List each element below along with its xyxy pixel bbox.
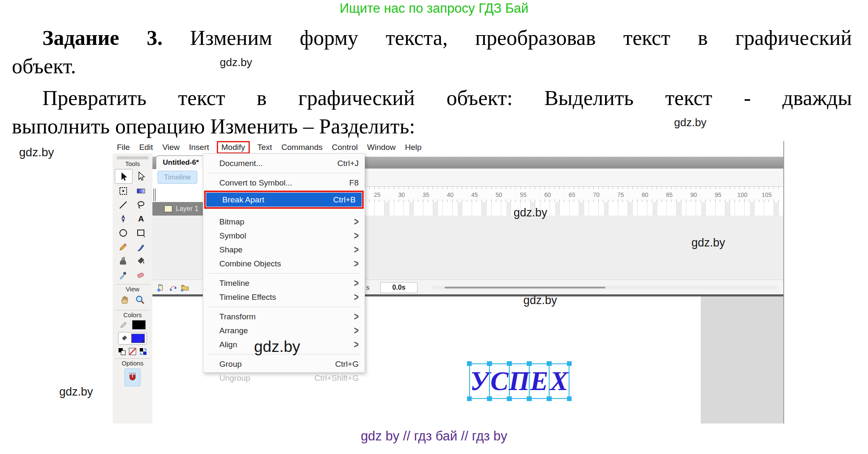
menu-item-timeline-effects[interactable]: Timeline Effects> <box>203 290 365 304</box>
menu-item-transform[interactable]: Transform> <box>203 310 365 324</box>
stroke-pencil-icon <box>119 321 128 329</box>
menu-item-timeline[interactable]: Timeline> <box>203 276 365 290</box>
no-color-icon[interactable] <box>128 347 137 356</box>
menubar-item-edit[interactable]: Edit <box>139 143 153 152</box>
motion-guide-icon[interactable] <box>169 283 178 292</box>
menubar-item-text[interactable]: Text <box>257 143 272 152</box>
ink-bottle-icon <box>118 256 128 266</box>
menu-item-convert-to-symbol[interactable]: Convert to Symbol...F8 <box>203 176 365 190</box>
letter-selection-box[interactable]: С <box>489 363 510 399</box>
menubar-item-view[interactable]: View <box>162 143 180 152</box>
menu-item-combine-objects[interactable]: Combine Objects> <box>203 257 365 271</box>
menubar-item-file[interactable]: File <box>117 143 130 152</box>
selection-handle[interactable] <box>467 396 472 401</box>
menu-item-group[interactable]: GroupCtrl+G <box>203 357 365 371</box>
rectangle-tool-button[interactable] <box>133 226 149 240</box>
menubar-item-commands[interactable]: Commands <box>282 143 323 152</box>
selection-tool-button[interactable] <box>115 169 133 184</box>
letter-selection-box[interactable]: П <box>509 363 530 399</box>
frames-grid[interactable] <box>365 202 783 216</box>
colors-section-title: Colors <box>113 311 152 318</box>
menubar-item-insert[interactable]: Insert <box>189 143 209 152</box>
menu-item-break-apart[interactable]: Break ApartCtrl+B <box>206 193 362 207</box>
menu-item-label: Group <box>219 360 330 369</box>
selection-handle[interactable] <box>487 361 492 366</box>
swap-colors-icon[interactable] <box>139 347 147 356</box>
paragraph-task: Задание 3. Изменим форму текста, преобра… <box>12 24 852 80</box>
menu-item-bitmap[interactable]: Bitmap> <box>203 215 365 229</box>
hand-tool-button[interactable] <box>119 294 130 307</box>
lasso-tool-button[interactable] <box>133 198 149 212</box>
timeline-frame-ruler[interactable]: 253035404550556065707580859095100105 <box>365 186 783 203</box>
zoom-tool-button[interactable] <box>135 294 146 307</box>
selection-handle[interactable] <box>487 396 492 401</box>
insert-folder-icon[interactable] <box>180 283 190 292</box>
letter-selection-box[interactable]: Х <box>549 363 569 399</box>
menu-item-document[interactable]: Document...Ctrl+J <box>203 156 365 170</box>
menu-item-symbol[interactable]: Symbol> <box>203 229 365 243</box>
magnet-icon <box>127 372 138 383</box>
selection-handle[interactable] <box>567 361 572 366</box>
line-tool-button[interactable] <box>115 198 132 212</box>
brush-tool-button[interactable] <box>133 240 149 254</box>
paragraph-instruction-line1: Превратить текст в графический объект: В… <box>12 84 852 112</box>
selection-handle[interactable] <box>567 396 572 401</box>
free-transform-tool-button[interactable] <box>115 184 132 198</box>
layer-row[interactable]: Layer 1 <box>152 202 203 216</box>
menu-item-shape[interactable]: Shape> <box>203 243 365 257</box>
tools-panel-title: Tools <box>113 160 152 167</box>
timeline-left-grip[interactable] <box>153 188 156 201</box>
insert-layer-icon[interactable] <box>157 283 166 292</box>
timeline-scrollbar[interactable] <box>432 286 777 289</box>
text-tool-button[interactable]: A <box>133 212 149 226</box>
menu-item-label: Break Apart <box>222 195 328 205</box>
hand-tool-icon <box>119 294 130 305</box>
timeline-toggle-button[interactable]: Timeline <box>158 171 197 184</box>
toolbar-divider <box>115 310 150 310</box>
selection-handle[interactable] <box>507 396 511 401</box>
paint-bucket-tool-button[interactable] <box>133 254 149 268</box>
selection-handle[interactable] <box>547 361 551 366</box>
pen-tool-button[interactable] <box>115 212 132 226</box>
subselection-tool-button[interactable] <box>133 169 149 183</box>
default-colors-icon[interactable] <box>118 347 126 356</box>
snap-to-objects-button[interactable] <box>124 368 141 386</box>
letter-selection-box[interactable]: У <box>469 363 490 399</box>
selection-handle[interactable] <box>467 361 472 366</box>
panel-grip[interactable] <box>117 156 148 159</box>
green-header-text: Ищите нас по запросу ГДЗ Бай <box>0 1 868 16</box>
ruler-number: 40 <box>438 191 463 198</box>
menu-item-ungroup[interactable]: UngroupCtrl+Shift+G <box>203 371 365 385</box>
scrollbar-thumb[interactable] <box>445 287 605 288</box>
selection-handle[interactable] <box>507 361 511 366</box>
ink-bottle-tool-button[interactable] <box>115 254 132 268</box>
menubar-item-help[interactable]: Help <box>405 143 422 152</box>
selection-handle[interactable] <box>547 396 551 401</box>
eyedropper-icon <box>118 270 128 280</box>
fill-color-swatch[interactable] <box>131 334 145 343</box>
paragraph-task-line2: объект. <box>12 52 852 80</box>
oval-tool-button[interactable] <box>115 226 132 240</box>
menubar-item-window[interactable]: Window <box>367 143 396 152</box>
menubar-item-modify[interactable]: Modify <box>217 141 250 154</box>
purple-footer-text: gdz by // гдз бай // гдз by <box>0 429 868 444</box>
selection-handle[interactable] <box>527 361 531 366</box>
letter-selection-box[interactable]: Е <box>529 363 550 399</box>
submenu-arrow-icon: > <box>354 310 359 323</box>
menu-item-shortcut: F8 <box>349 178 359 188</box>
pencil-tool-button[interactable] <box>115 240 132 254</box>
selection-handle[interactable] <box>527 396 531 401</box>
document-tab[interactable]: Untitled-6* <box>156 155 206 169</box>
paragraph-instruction-line2: выполнить операцию Изменить – Разделить: <box>12 112 852 141</box>
menu-item-arrange[interactable]: Arrange> <box>203 324 365 338</box>
stroke-color-swatch[interactable] <box>132 320 146 329</box>
eraser-tool-button[interactable] <box>133 268 149 282</box>
menubar: FileEditViewInsertModifyTextCommandsCont… <box>113 141 783 154</box>
menu-item-label: Symbol <box>219 231 349 241</box>
eyedropper-tool-button[interactable] <box>115 268 132 282</box>
gradient-transform-tool-button[interactable] <box>133 184 149 198</box>
selected-broken-apart-text[interactable]: УСПЕХ <box>470 363 569 399</box>
menu-item-label: Convert to Symbol... <box>219 178 344 188</box>
tools-panel: Tools <box>113 153 153 424</box>
menubar-item-control[interactable]: Control <box>332 143 358 152</box>
